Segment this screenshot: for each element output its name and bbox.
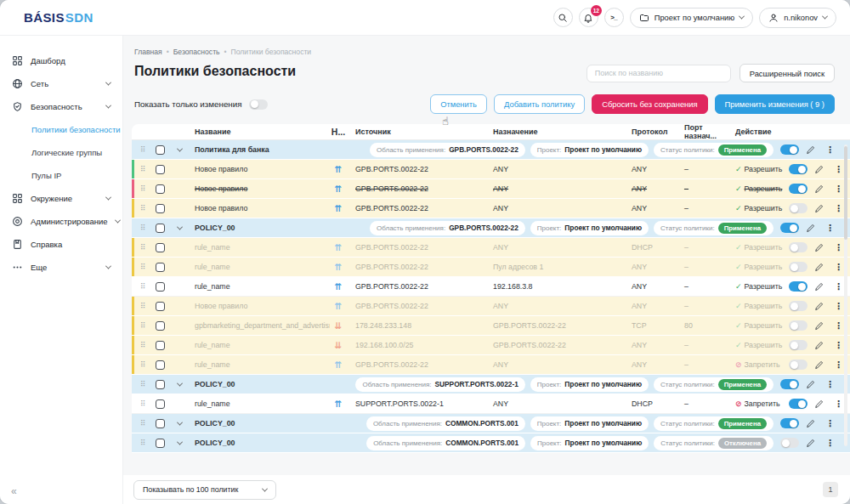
row-enabled-toggle[interactable] [789, 203, 808, 213]
scrollbar-thumb[interactable] [844, 146, 847, 240]
drag-handle[interactable]: ⠿ [140, 302, 156, 310]
row-menu-kebab-icon[interactable]: ⋮ [830, 301, 843, 311]
drag-handle[interactable]: ⠿ [140, 165, 156, 173]
row-menu-kebab-icon[interactable]: ⋮ [830, 242, 843, 252]
show-changes-toggle[interactable] [249, 99, 268, 110]
edit-pencil-icon[interactable] [814, 341, 830, 350]
sidebar-item-environment[interactable]: Окружение [0, 187, 122, 210]
row-checkbox[interactable] [156, 439, 165, 448]
row-enabled-toggle[interactable] [789, 320, 808, 331]
row-checkbox[interactable] [156, 184, 165, 194]
chevron-down-icon[interactable] [177, 380, 183, 386]
row-menu-kebab-icon[interactable]: ⋮ [830, 320, 843, 331]
edit-pencil-icon[interactable] [814, 321, 830, 331]
row-menu-kebab-icon[interactable]: ⋮ [830, 399, 843, 409]
drag-handle[interactable]: ⠿ [140, 341, 156, 349]
drag-handle[interactable]: ⠿ [140, 360, 156, 369]
sidebar-item-administration[interactable]: Администрирование [0, 210, 122, 233]
drag-handle[interactable]: ⠿ [140, 399, 156, 408]
row-checkbox[interactable] [156, 302, 165, 311]
sidebar-item-security-policies[interactable]: Политики безопасности [0, 118, 122, 141]
edit-pencil-icon[interactable] [806, 224, 821, 233]
sidebar-item-network[interactable]: Сеть [0, 72, 122, 95]
row-enabled-toggle[interactable] [780, 379, 799, 389]
row-menu-kebab-icon[interactable]: ⋮ [830, 203, 843, 213]
row-menu-kebab-icon[interactable]: ⋮ [821, 379, 835, 389]
row-menu-kebab-icon[interactable]: ⋮ [821, 144, 835, 155]
row-enabled-toggle[interactable] [780, 144, 799, 155]
row-menu-kebab-icon[interactable]: ⋮ [830, 184, 843, 194]
row-checkbox[interactable] [156, 204, 165, 213]
row-enabled-toggle[interactable] [780, 438, 799, 448]
rule-row[interactable]: ⠿gpbmarketing_department_and_advertism..… [132, 316, 850, 336]
row-enabled-toggle[interactable] [789, 262, 808, 272]
row-checkbox[interactable] [156, 243, 165, 252]
scrollbar[interactable] [844, 144, 847, 446]
sidebar-item-logical-groups[interactable]: Логические группы [0, 141, 122, 164]
drag-handle[interactable]: ⠿ [140, 263, 156, 271]
drag-handle[interactable]: ⠿ [140, 380, 156, 388]
row-menu-kebab-icon[interactable]: ⋮ [830, 164, 843, 174]
drag-handle[interactable]: ⠿ [140, 243, 156, 252]
rule-row[interactable]: ⠿rule_name⇈GPB.PORTS.0022-22ANYANY–⊘Запр… [132, 355, 850, 375]
edit-pencil-icon[interactable] [814, 165, 830, 174]
row-enabled-toggle[interactable] [789, 184, 808, 194]
row-menu-kebab-icon[interactable]: ⋮ [821, 438, 835, 448]
edit-pencil-icon[interactable] [814, 263, 830, 272]
chevron-down-icon[interactable] [177, 419, 183, 425]
rule-row[interactable]: ⠿rule_name⇈GPB.PORTS.0022-22Пул адресов … [132, 258, 850, 277]
edit-pencil-icon[interactable] [806, 439, 821, 448]
breadcrumb-item[interactable]: Безопасность [173, 48, 220, 56]
row-menu-kebab-icon[interactable]: ⋮ [830, 360, 843, 370]
search-input[interactable] [586, 65, 731, 82]
row-menu-kebab-icon[interactable]: ⋮ [821, 223, 835, 233]
edit-pencil-icon[interactable] [814, 243, 830, 252]
rule-row[interactable]: ⠿rule_name⇈GPB.PORTS.0022-22192.168.3.8A… [132, 277, 850, 297]
row-checkbox[interactable] [156, 165, 165, 174]
edit-pencil-icon[interactable] [814, 282, 830, 292]
edit-pencil-icon[interactable] [814, 360, 830, 370]
policy-row[interactable]: ⠿POLICY_00Область применения:COMMON.PORT… [132, 433, 850, 453]
edit-pencil-icon[interactable] [806, 419, 821, 428]
row-checkbox[interactable] [156, 399, 165, 409]
drag-handle[interactable]: ⠿ [140, 419, 156, 428]
row-enabled-toggle[interactable] [789, 164, 808, 174]
row-menu-kebab-icon[interactable]: ⋮ [830, 340, 843, 350]
policy-row[interactable]: ⠿POLICY_00Область применения:COMMON.PORT… [132, 414, 850, 433]
row-menu-kebab-icon[interactable]: ⋮ [830, 281, 843, 292]
row-enabled-toggle[interactable] [780, 418, 799, 428]
rule-row[interactable]: ⠿Новое правило⇈GPB.PORTS.0022-22ANYANY–✓… [132, 160, 850, 179]
page-size-select[interactable]: Показывать по 100 политик [133, 480, 276, 500]
row-checkbox[interactable] [156, 282, 165, 292]
drag-handle[interactable]: ⠿ [140, 184, 156, 193]
row-checkbox[interactable] [156, 321, 165, 331]
project-selector[interactable]: Проект по умолчанию [630, 8, 753, 28]
reset-button[interactable]: Сбросить без сохранения [592, 94, 707, 114]
drag-handle[interactable]: ⠿ [140, 321, 156, 330]
terminal-button[interactable]: >_ [604, 8, 624, 27]
sidebar-item-ip-pools[interactable]: Пулы IP [0, 164, 122, 187]
apply-button[interactable]: Применить изменения ( 9 ) [715, 94, 835, 114]
drag-handle[interactable]: ⠿ [140, 145, 156, 154]
add-policy-button[interactable]: Добавить политику [494, 94, 585, 114]
user-menu[interactable]: n.nikonov [759, 8, 836, 28]
row-checkbox[interactable] [156, 263, 165, 272]
breadcrumb-item[interactable]: Главная [134, 48, 162, 56]
rule-row[interactable]: ⠿rule_name⇈GPB.PORTS.0022-22ANYDHCP–✓Раз… [132, 238, 850, 258]
global-search-button[interactable] [553, 8, 573, 27]
rule-row[interactable]: ⠿Новое правило⇈GPB.PORTS.0022-22ANYANY–✓… [132, 297, 850, 316]
edit-pencil-icon[interactable] [814, 302, 830, 311]
row-enabled-toggle[interactable] [789, 340, 808, 350]
row-enabled-toggle[interactable] [789, 301, 808, 311]
drag-handle[interactable]: ⠿ [140, 224, 156, 232]
drag-handle[interactable]: ⠿ [140, 282, 156, 291]
edit-pencil-icon[interactable] [814, 204, 830, 213]
row-checkbox[interactable] [156, 145, 165, 155]
cancel-button[interactable]: Отменить [430, 94, 487, 114]
row-checkbox[interactable] [156, 380, 165, 389]
row-checkbox[interactable] [156, 419, 165, 428]
edit-pencil-icon[interactable] [806, 380, 821, 389]
advanced-search-button[interactable]: Расширенный поиск [740, 64, 835, 82]
chevron-down-icon[interactable] [177, 145, 183, 151]
policy-row[interactable]: ⠿Политика для банкаОбласть применения:GP… [132, 140, 850, 160]
